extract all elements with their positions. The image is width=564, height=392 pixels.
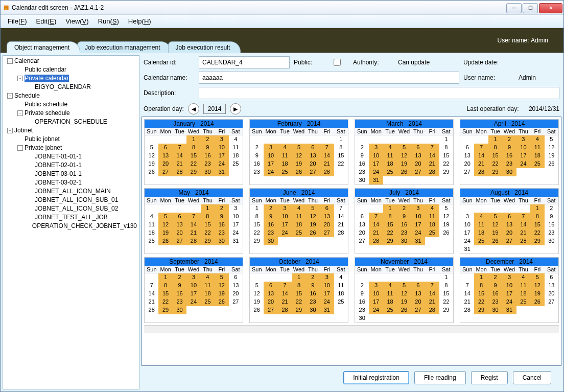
- day-cell[interactable]: 13: [411, 290, 425, 298]
- day-cell[interactable]: 13: [411, 152, 425, 160]
- day-cell[interactable]: 13: [158, 152, 172, 160]
- tree-node[interactable]: JOBNET_ALL_ICON_MAIN: [4, 187, 138, 196]
- day-cell[interactable]: 22: [439, 160, 453, 168]
- day-cell[interactable]: 10: [278, 213, 292, 221]
- day-cell[interactable]: 8: [292, 282, 306, 290]
- day-cell[interactable]: 7: [425, 144, 439, 152]
- next-year-button[interactable]: ▶: [230, 103, 241, 114]
- day-cell[interactable]: 2: [355, 282, 369, 290]
- calendar-name-input[interactable]: [199, 72, 459, 84]
- tree-node[interactable]: -Private jobnet: [4, 144, 138, 152]
- menu-run[interactable]: Run(S): [94, 16, 123, 26]
- day-cell[interactable]: 8: [158, 282, 172, 290]
- day-cell[interactable]: 1: [334, 135, 348, 144]
- tree-toggle-icon[interactable]: -: [17, 110, 23, 116]
- day-cell[interactable]: 15: [201, 221, 215, 229]
- day-cell[interactable]: 22: [474, 298, 488, 306]
- day-cell[interactable]: 20: [229, 290, 243, 298]
- day-cell[interactable]: 30: [502, 168, 516, 176]
- day-cell[interactable]: 25: [425, 229, 439, 237]
- day-cell[interactable]: 7: [320, 144, 334, 152]
- day-cell[interactable]: 8: [439, 282, 453, 290]
- day-cell[interactable]: 9: [264, 213, 277, 221]
- day-cell[interactable]: 30: [306, 306, 320, 314]
- day-cell[interactable]: 28: [145, 306, 158, 314]
- day-cell[interactable]: 4: [383, 144, 397, 152]
- day-cell[interactable]: 13: [320, 213, 334, 221]
- day-cell[interactable]: 9: [488, 282, 502, 290]
- day-cell[interactable]: 15: [334, 152, 348, 160]
- day-cell[interactable]: 10: [186, 282, 200, 290]
- day-cell[interactable]: 28: [369, 237, 383, 245]
- day-cell[interactable]: 9: [250, 152, 264, 160]
- day-cell[interactable]: 23: [502, 160, 516, 168]
- day-cell[interactable]: 14: [516, 221, 530, 229]
- day-cell[interactable]: 1: [439, 273, 453, 282]
- day-cell[interactable]: 14: [460, 290, 474, 298]
- day-cell[interactable]: 4: [278, 144, 292, 152]
- tree-node[interactable]: Public schedule: [4, 100, 138, 109]
- day-cell[interactable]: 30: [397, 237, 411, 245]
- day-cell[interactable]: 22: [186, 160, 200, 168]
- day-cell[interactable]: 4: [229, 135, 243, 144]
- day-cell[interactable]: 23: [355, 306, 369, 314]
- day-cell[interactable]: 12: [397, 152, 411, 160]
- day-cell[interactable]: 17: [320, 290, 334, 298]
- day-cell[interactable]: 18: [278, 160, 292, 168]
- day-cell[interactable]: 4: [292, 204, 306, 213]
- day-cell[interactable]: 21: [425, 298, 439, 306]
- day-cell[interactable]: 18: [383, 160, 397, 168]
- day-cell[interactable]: 12: [250, 290, 264, 298]
- day-cell[interactable]: 12: [397, 290, 411, 298]
- day-cell[interactable]: 2: [397, 204, 411, 213]
- day-cell[interactable]: 5: [158, 213, 172, 221]
- day-cell[interactable]: 14: [369, 221, 383, 229]
- day-cell[interactable]: 5: [488, 213, 502, 221]
- day-cell[interactable]: 11: [145, 221, 158, 229]
- day-cell[interactable]: 20: [264, 298, 277, 306]
- day-cell[interactable]: 11: [292, 213, 306, 221]
- day-cell[interactable]: 9: [545, 213, 558, 221]
- day-cell[interactable]: 17: [502, 290, 516, 298]
- day-cell[interactable]: 15: [383, 221, 397, 229]
- day-cell[interactable]: 30: [264, 237, 277, 245]
- day-cell[interactable]: 13: [545, 282, 558, 290]
- day-cell[interactable]: 1: [383, 204, 397, 213]
- day-cell[interactable]: 5: [530, 273, 544, 282]
- day-cell[interactable]: 7: [173, 144, 186, 152]
- day-cell[interactable]: 22: [383, 229, 397, 237]
- day-cell[interactable]: 31: [411, 237, 425, 245]
- day-cell[interactable]: 2: [545, 204, 558, 213]
- day-cell[interactable]: 8: [250, 213, 264, 221]
- day-cell[interactable]: 3: [215, 135, 228, 144]
- day-cell[interactable]: 15: [488, 152, 502, 160]
- day-cell[interactable]: 16: [306, 290, 320, 298]
- day-cell[interactable]: 17: [264, 160, 277, 168]
- day-cell[interactable]: 24: [516, 160, 530, 168]
- day-cell[interactable]: 31: [369, 176, 383, 185]
- day-cell[interactable]: 28: [334, 229, 348, 237]
- day-cell[interactable]: 18: [145, 229, 158, 237]
- tree-node[interactable]: EIGYO_CALENDAR: [4, 83, 138, 91]
- day-cell[interactable]: 13: [306, 152, 320, 160]
- day-cell[interactable]: 13: [229, 282, 243, 290]
- day-cell[interactable]: 23: [306, 298, 320, 306]
- day-cell[interactable]: 6: [306, 144, 320, 152]
- day-cell[interactable]: 3: [320, 273, 334, 282]
- day-cell[interactable]: 23: [264, 229, 277, 237]
- day-cell[interactable]: 25: [145, 237, 158, 245]
- day-cell[interactable]: 20: [306, 160, 320, 168]
- day-cell[interactable]: 17: [369, 160, 383, 168]
- day-cell[interactable]: 6: [460, 144, 474, 152]
- day-cell[interactable]: 2: [201, 135, 215, 144]
- tab-job-execution-management[interactable]: Job execution management: [77, 41, 171, 53]
- day-cell[interactable]: 8: [439, 144, 453, 152]
- day-cell[interactable]: 29: [439, 306, 453, 314]
- day-cell[interactable]: 3: [411, 204, 425, 213]
- day-cell[interactable]: 17: [369, 298, 383, 306]
- day-cell[interactable]: 11: [383, 290, 397, 298]
- day-cell[interactable]: 27: [460, 168, 474, 176]
- day-cell[interactable]: 8: [474, 282, 488, 290]
- day-cell[interactable]: 16: [545, 221, 558, 229]
- day-cell[interactable]: 25: [201, 298, 215, 306]
